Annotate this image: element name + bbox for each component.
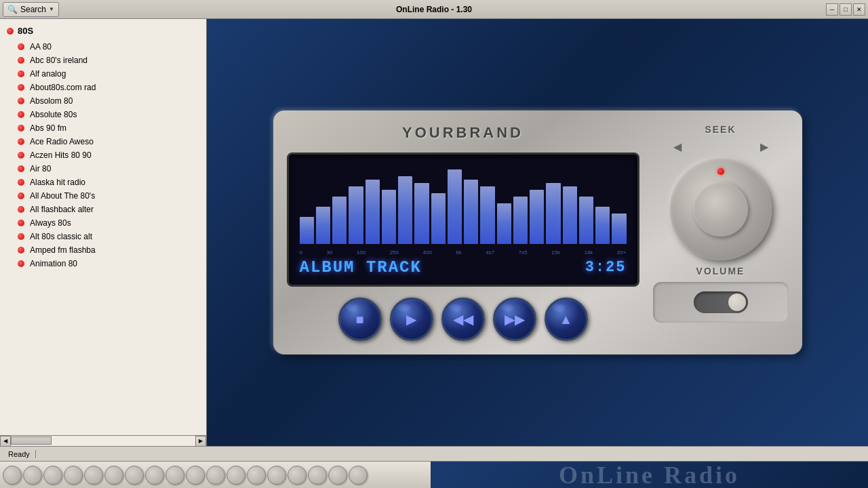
rewind-button[interactable]: ◀◀ — [441, 298, 485, 341]
left-panel: 80S AA 80Abc 80's irelandAlf analogAbout… — [0, 19, 207, 446]
list-item[interactable]: Alt 80s classic alt — [0, 230, 206, 243]
list-item[interactable]: All flashback alter — [0, 203, 206, 216]
eq-bar — [448, 169, 462, 244]
list-item[interactable]: Alaska hit radio — [0, 176, 206, 189]
track-info: ALBUM TRACK 3:25 — [297, 256, 629, 277]
header-dot — [7, 28, 14, 35]
eq-scale-label: 20+ — [617, 249, 627, 256]
list-item[interactable]: Always 80s — [0, 216, 206, 230]
horizontal-scrollbar: ◀ ▶ — [0, 435, 206, 446]
eq-bar — [382, 190, 396, 244]
maximize-button[interactable]: □ — [840, 3, 852, 16]
eq-scale-label: 18k — [584, 249, 593, 256]
eq-bar — [366, 180, 380, 244]
eq-bar-group — [513, 197, 528, 244]
seek-label: SEEK — [705, 124, 736, 135]
scroll-left-button[interactable]: ◀ — [0, 436, 11, 447]
eq-scale: 0301002504006k4s77s515k18k20+ — [297, 249, 629, 256]
list-item[interactable]: Absolute 80s — [0, 108, 206, 121]
eq-bar — [349, 186, 363, 244]
scroll-right-button[interactable]: ▶ — [195, 436, 206, 447]
eq-scale-label: 7s5 — [519, 249, 528, 256]
station-name: Absolom 80 — [30, 96, 73, 106]
window-title: OnLine Radio - 1.30 — [396, 5, 472, 14]
station-name: Ace Radio Aweso — [30, 137, 94, 146]
station-name: All flashback alter — [30, 205, 94, 214]
seek-arrows: ◀ ▶ — [667, 140, 775, 153]
fast-forward-button[interactable]: ▶▶ — [493, 298, 536, 341]
eq-bar-group — [300, 217, 314, 244]
eq-bar-group — [431, 193, 446, 244]
close-button[interactable]: ✕ — [853, 3, 865, 16]
eq-bar — [612, 214, 626, 244]
list-item[interactable]: Air 80 — [0, 162, 206, 176]
decorative-dot — [206, 466, 225, 485]
window-controls: ─ □ ✕ — [826, 3, 865, 16]
list-item[interactable]: Alf analog — [0, 67, 206, 81]
knob-indicator — [717, 168, 724, 175]
bottom-brand-text: OnLine Radio — [559, 461, 740, 489]
search-button[interactable]: 🔍 Search ▼ — [3, 2, 59, 17]
eq-bar — [316, 207, 330, 244]
eq-bar-group — [546, 183, 560, 244]
list-item[interactable]: Amped fm flashba — [0, 243, 206, 257]
bottom-bar: OnLine Radio — [0, 461, 868, 488]
decorative-dot — [267, 466, 286, 485]
fast-forward-icon: ▶▶ — [505, 311, 525, 327]
decorative-dot — [349, 466, 368, 485]
eq-bar-group — [480, 186, 494, 244]
stop-button[interactable]: ■ — [338, 298, 382, 341]
eq-bar-group — [448, 169, 462, 244]
station-dot — [18, 125, 24, 131]
power-area — [653, 282, 789, 323]
radio-left: YOURBRAND 0301002504006k4s77s515k18k20+ … — [287, 124, 639, 341]
decorative-dot — [64, 466, 83, 485]
list-item[interactable]: Absolom 80 — [0, 94, 206, 108]
eq-bar — [595, 207, 610, 244]
scroll-thumb-horizontal[interactable] — [11, 436, 52, 445]
station-name: Air 80 — [30, 164, 51, 174]
station-name: Alaska hit radio — [30, 178, 85, 187]
station-dot — [18, 57, 24, 64]
station-dot — [18, 260, 24, 267]
decorative-dot — [84, 466, 103, 485]
play-button[interactable]: ▶ — [390, 298, 433, 341]
decorative-dot — [3, 466, 22, 485]
search-icon: 🔍 — [7, 5, 18, 14]
seek-left-icon: ◀ — [673, 140, 682, 153]
power-toggle[interactable] — [694, 291, 748, 313]
eject-button[interactable]: ▲ — [545, 298, 588, 341]
decorative-dot — [247, 466, 266, 485]
seek-right-icon: ▶ — [760, 140, 768, 153]
station-dot — [18, 43, 24, 50]
list-item[interactable]: Aczen Hits 80 90 — [0, 148, 206, 162]
main-content: 80S AA 80Abc 80's irelandAlf analogAbout… — [0, 19, 868, 446]
eq-scale-label: 100 — [357, 249, 366, 256]
eq-bar — [480, 186, 494, 244]
control-buttons: ■ ▶ ◀◀ ▶▶ ▲ — [287, 298, 639, 341]
knob-inner — [694, 182, 748, 237]
list-item[interactable]: All About The 80's — [0, 189, 206, 203]
list-item[interactable]: Ace Radio Aweso — [0, 135, 206, 148]
brand-label: YOURBRAND — [287, 124, 639, 142]
station-name: About80s.com rad — [30, 83, 96, 92]
eq-scale-label: 400 — [423, 249, 432, 256]
eq-bar — [414, 183, 429, 244]
decorative-dot — [328, 466, 347, 485]
eq-scale-label: 15k — [551, 249, 560, 256]
stop-icon: ■ — [355, 312, 363, 327]
dropdown-arrow-icon: ▼ — [49, 6, 54, 12]
list-item[interactable]: Abs 90 fm — [0, 121, 206, 135]
station-name: Abs 90 fm — [30, 123, 66, 133]
list-item[interactable]: About80s.com rad — [0, 81, 206, 94]
minimize-button[interactable]: ─ — [826, 3, 838, 16]
list-item[interactable]: AA 80 — [0, 40, 206, 54]
eq-bar — [530, 190, 544, 244]
list-item[interactable]: Abc 80's ireland — [0, 54, 206, 67]
eq-scale-label: 30 — [326, 249, 332, 256]
playlist-list[interactable]: 80S AA 80Abc 80's irelandAlf analogAbout… — [0, 19, 206, 435]
station-dot — [18, 98, 24, 104]
list-item[interactable]: Animation 80 — [0, 257, 206, 270]
volume-knob[interactable] — [670, 159, 772, 260]
scroll-track-horizontal[interactable] — [11, 436, 195, 446]
